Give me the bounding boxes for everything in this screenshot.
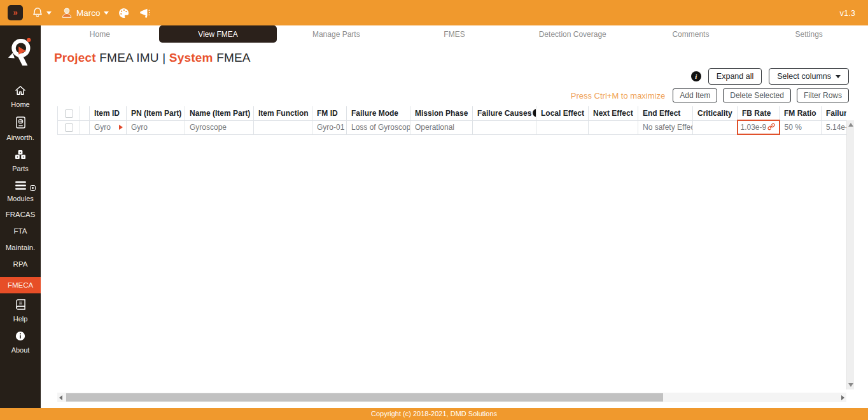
col-failure-causes-label: Failure Causes (477, 109, 531, 118)
cell-item-function[interactable] (254, 120, 312, 134)
row-expander-cell (80, 120, 90, 134)
maximize-hint: Press Ctrl+M to maximize (571, 91, 665, 101)
cell-failure-rate[interactable]: 5.14e- (822, 120, 847, 134)
col-mission-phase[interactable]: Mission Phase (410, 106, 473, 120)
col-item-function[interactable]: Item Function (254, 106, 312, 120)
cell-item-id[interactable]: Gyro (90, 120, 127, 134)
scrollbar-thumb[interactable] (66, 393, 663, 402)
cell-failure-causes[interactable] (473, 120, 536, 134)
cell-failure-mode[interactable]: Loss of Gyroscop (347, 120, 410, 134)
link-icon[interactable] (767, 123, 775, 132)
delete-selected-button[interactable]: Delete Selected (723, 88, 791, 102)
scroll-down-icon[interactable] (848, 383, 853, 387)
sidebar-item-fta[interactable]: FTA (0, 227, 41, 235)
tab-comments[interactable]: Comments (632, 25, 750, 43)
expand-row-arrow-icon[interactable] (119, 125, 123, 130)
col-fb-rate[interactable]: FB Rate (738, 106, 780, 120)
col-local-effect[interactable]: Local Effect (536, 106, 589, 120)
col-failure-rate[interactable]: Failure (822, 106, 847, 120)
add-item-button[interactable]: Add Item (673, 88, 717, 102)
failure-causes-info-icon[interactable]: i (533, 109, 536, 117)
col-name-item-part[interactable]: Name (Item Part) (185, 106, 254, 120)
copyright-footer: Copyright (c) 2018-2021, DMD Solutions (0, 408, 868, 420)
table-horizontal-scrollbar[interactable] (57, 393, 846, 402)
cell-name[interactable]: Gyroscope (185, 120, 254, 134)
bell-caret-down-icon[interactable] (46, 11, 52, 15)
title-system-name: FMEA (213, 51, 251, 64)
username[interactable]: Marco (76, 8, 101, 18)
tab-view-fmea[interactable]: View FMEA (159, 25, 277, 43)
cell-end-effect[interactable]: No safety Effec (638, 120, 693, 134)
sidebar-item-fracas[interactable]: FRACAS (0, 211, 41, 218)
col-failure-causes[interactable]: Failure Causes i (473, 106, 536, 120)
cell-pn[interactable]: Gyro (127, 120, 185, 134)
app-version: v1.3 (839, 8, 855, 18)
sidebar-item-about[interactable]: About (0, 331, 41, 354)
sidebar-item-label: FTA (14, 227, 27, 235)
row-checkbox[interactable] (65, 123, 73, 132)
megaphone-icon[interactable] (137, 6, 150, 19)
sidebar-collapse-button[interactable]: » (8, 5, 23, 20)
col-fm-ratio[interactable]: FM Ratio (780, 106, 822, 120)
tab-fmes[interactable]: FMES (395, 25, 514, 43)
tab-detection-coverage[interactable]: Detection Coverage (514, 25, 632, 43)
cell-fm-id[interactable]: Gyro-01 (312, 120, 347, 134)
cell-fb-rate[interactable]: 1.03e-9 (738, 120, 780, 134)
fb-rate-value: 1.03e-9 (741, 123, 767, 132)
tab-home[interactable]: Home (41, 25, 159, 43)
sidebar-item-home[interactable]: Home (0, 85, 41, 108)
cell-mission-phase[interactable]: Operational (410, 120, 473, 134)
bell-icon[interactable] (32, 7, 43, 18)
cell-criticality[interactable] (693, 120, 738, 134)
select-columns-button[interactable]: Select columns (769, 68, 849, 85)
sidebar-item-label: About (11, 346, 30, 354)
scroll-left-icon[interactable] (59, 395, 62, 400)
sidebar-item-label: Parts (12, 165, 29, 172)
title-separator: | (162, 51, 169, 64)
modules-pin-icon[interactable] (30, 182, 36, 193)
sidebar-item-label: Modules (7, 195, 34, 202)
scroll-right-icon[interactable] (841, 395, 844, 400)
title-project-name: FMEA IMU (96, 51, 162, 64)
sidebar-item-label: RPA (13, 260, 28, 268)
cell-fm-ratio[interactable]: 50 % (780, 120, 822, 134)
tab-settings[interactable]: Settings (750, 25, 868, 43)
palette-icon[interactable] (118, 7, 130, 19)
table-header-row: Item ID PN (Item Part) Name (Item Part) … (58, 106, 847, 120)
sidebar-item-modules[interactable]: Modules (0, 181, 41, 202)
sidebar: Home Airworth. Parts Modules FRACAS FTA … (0, 25, 41, 408)
col-item-id[interactable]: Item ID (90, 106, 127, 120)
sidebar-item-label: Help (13, 315, 28, 323)
cubes-icon (15, 150, 26, 162)
main-content: Project FMEA IMU | System FMEA i Expand … (41, 43, 868, 408)
sidebar-item-maintain[interactable]: Maintain. (0, 244, 41, 251)
expand-all-button[interactable]: Expand all (708, 68, 762, 85)
hamburger-icon (15, 181, 26, 192)
sidebar-item-rpa[interactable]: RPA (0, 260, 41, 268)
col-end-effect[interactable]: End Effect (638, 106, 693, 120)
sidebar-item-label: Maintain. (6, 244, 36, 251)
table-info-icon[interactable]: i (691, 71, 701, 81)
sidebar-item-label: FRACAS (6, 211, 36, 218)
cell-next-effect[interactable] (589, 120, 638, 134)
fmea-table: Item ID PN (Item Part) Name (Item Part) … (57, 106, 846, 135)
col-next-effect[interactable]: Next Effect (589, 106, 638, 120)
sidebar-item-parts[interactable]: Parts (0, 150, 41, 172)
tab-manage-parts[interactable]: Manage Parts (277, 25, 395, 43)
col-pn-item-part[interactable]: PN (Item Part) (127, 106, 185, 120)
col-criticality[interactable]: Criticality (693, 106, 738, 120)
sidebar-item-airworthiness[interactable]: Airworth. (0, 116, 41, 141)
col-failure-mode[interactable]: Failure Mode (347, 106, 410, 120)
cell-local-effect[interactable] (536, 120, 589, 134)
info-icon (15, 331, 25, 344)
sidebar-item-fmeca[interactable]: FMECA (0, 277, 41, 293)
col-fm-id[interactable]: FM ID (312, 106, 347, 120)
avatar-icon[interactable] (60, 6, 73, 19)
scroll-up-icon[interactable] (848, 123, 853, 127)
table-vertical-scrollbar[interactable] (846, 120, 854, 389)
sidebar-item-help[interactable]: Help (0, 299, 41, 323)
select-all-checkbox[interactable] (65, 109, 73, 118)
table-toolbar-bottom: Press Ctrl+M to maximize Add Item Delete… (571, 88, 849, 102)
filter-rows-button[interactable]: Filter Rows (797, 88, 849, 102)
user-caret-down-icon[interactable] (104, 11, 109, 15)
